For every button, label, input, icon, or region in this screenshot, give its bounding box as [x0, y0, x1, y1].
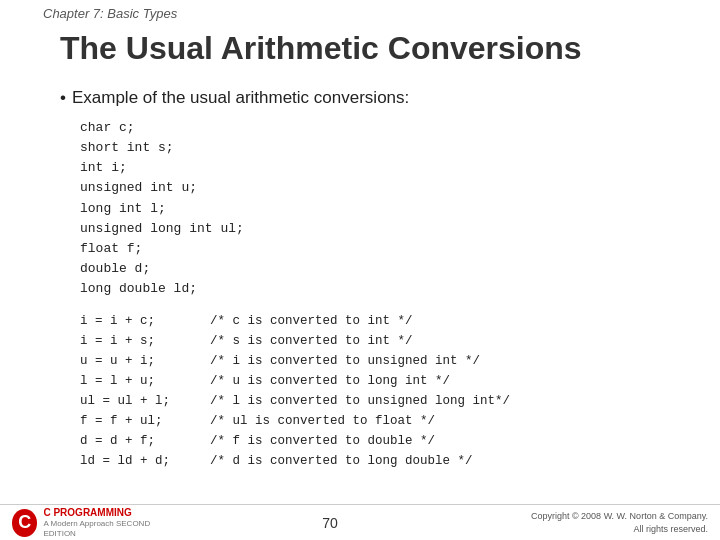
declaration-line: int i; [80, 158, 700, 178]
declarations-block: char c;short int s;int i;unsigned int u;… [80, 118, 700, 299]
declaration-line: short int s; [80, 138, 700, 158]
chapter-label: Chapter 7: Basic Types [43, 6, 177, 21]
declaration-line: long int l; [80, 199, 700, 219]
conv-comment: /* f is converted to double */ [210, 431, 435, 451]
conv-lhs: i = i + c; [80, 311, 210, 331]
page-number: 70 [172, 515, 488, 531]
conv-lhs: d = d + f; [80, 431, 210, 451]
conversion-row: i = i + s;/* s is converted to int */ [80, 331, 700, 351]
conversion-row: ul = ul + l;/* l is converted to unsigne… [80, 391, 700, 411]
bullet-icon: • [60, 88, 66, 107]
bullet-point: •Example of the usual arithmetic convers… [60, 88, 700, 108]
declaration-line: unsigned int u; [80, 178, 700, 198]
conversion-row: l = l + u;/* u is converted to long int … [80, 371, 700, 391]
conv-comment: /* u is converted to long int */ [210, 371, 450, 391]
conv-comment: /* s is converted to int */ [210, 331, 413, 351]
conversion-row: u = u + i;/* i is converted to unsigned … [80, 351, 700, 371]
bullet-section: •Example of the usual arithmetic convers… [60, 88, 700, 471]
bullet-text: Example of the usual arithmetic conversi… [72, 88, 409, 107]
conv-lhs: u = u + i; [80, 351, 210, 371]
main-title: The Usual Arithmetic Conversions [60, 30, 582, 67]
logo-c-circle: C [12, 509, 37, 537]
logo-area: C C PROGRAMMING A Modern Approach SECOND… [12, 507, 172, 538]
conv-lhs: ld = ld + d; [80, 451, 210, 471]
conv-lhs: f = f + ul; [80, 411, 210, 431]
footer: C C PROGRAMMING A Modern Approach SECOND… [0, 504, 720, 540]
conv-comment: /* d is converted to long double */ [210, 451, 473, 471]
conversion-row: d = d + f;/* f is converted to double */ [80, 431, 700, 451]
conversion-row: ld = ld + d;/* d is converted to long do… [80, 451, 700, 471]
declaration-line: char c; [80, 118, 700, 138]
declaration-line: unsigned long int ul; [80, 219, 700, 239]
copyright: Copyright © 2008 W. W. Norton & Company.… [488, 510, 708, 535]
conv-comment: /* l is converted to unsigned long int*/ [210, 391, 510, 411]
conversion-row: f = f + ul;/* ul is converted to float *… [80, 411, 700, 431]
logo-text: C PROGRAMMING A Modern Approach SECOND E… [43, 507, 172, 538]
conversion-row: i = i + c;/* c is converted to int */ [80, 311, 700, 331]
declaration-line: double d; [80, 259, 700, 279]
logo-subtitle: A Modern Approach SECOND EDITION [43, 519, 172, 538]
logo-title: C PROGRAMMING [43, 507, 172, 519]
declaration-line: long double ld; [80, 279, 700, 299]
conv-lhs: i = i + s; [80, 331, 210, 351]
conv-comment: /* c is converted to int */ [210, 311, 413, 331]
declaration-line: float f; [80, 239, 700, 259]
conv-comment: /* ul is converted to float */ [210, 411, 435, 431]
conv-comment: /* i is converted to unsigned int */ [210, 351, 480, 371]
conv-lhs: l = l + u; [80, 371, 210, 391]
conv-lhs: ul = ul + l; [80, 391, 210, 411]
conversions-block: i = i + c;/* c is converted to int */i =… [80, 311, 700, 471]
